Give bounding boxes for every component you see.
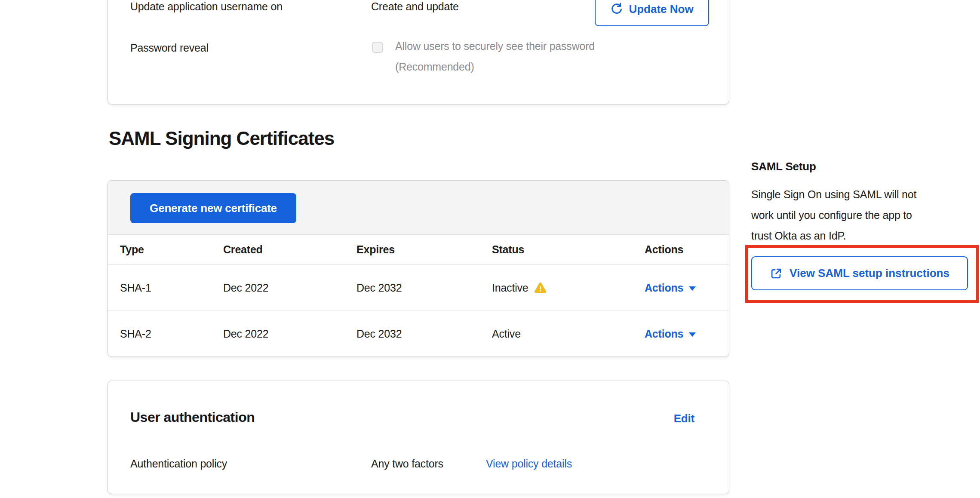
authentication-policy-label: Authentication policy — [130, 458, 227, 470]
refresh-icon — [610, 3, 623, 15]
column-header-type: Type — [108, 243, 211, 256]
username-update-label: Update application username on — [130, 0, 283, 13]
password-reveal-checkbox[interactable] — [372, 42, 383, 53]
status-text: Inactive — [492, 282, 528, 294]
cell-status: Inactive — [480, 282, 633, 294]
card-title: User authentication — [130, 409, 255, 425]
sidebar-description: Single Sign On using SAML will not work … — [751, 184, 980, 246]
cell-created: Dec 2022 — [211, 282, 344, 294]
cell-created: Dec 2022 — [211, 328, 344, 340]
certificates-card-header: Generate new certificate — [108, 181, 729, 235]
page-title: SAML Signing Certificates — [109, 128, 334, 149]
view-saml-setup-instructions-button[interactable]: View SAML setup instructions — [751, 256, 968, 290]
column-header-created: Created — [211, 243, 344, 256]
edit-link[interactable]: Edit — [674, 412, 694, 425]
update-now-label: Update Now — [629, 3, 693, 16]
actions-menu-button[interactable]: Actions — [645, 282, 696, 294]
table-row: SHA-1 Dec 2022 Dec 2032 Inactive Actions — [108, 265, 729, 311]
saml-certificates-card: Generate new certificate Type Created Ex… — [108, 180, 729, 357]
authentication-policy-value: Any two factors — [371, 458, 443, 470]
view-saml-setup-instructions-label: View SAML setup instructions — [790, 267, 949, 280]
status-text: Active — [492, 328, 521, 340]
warning-icon — [534, 282, 547, 294]
cell-type: SHA-2 — [108, 328, 211, 340]
cell-actions: Actions — [633, 328, 730, 340]
caret-down-icon — [689, 332, 696, 337]
cell-type: SHA-1 — [108, 282, 211, 294]
cell-actions: Actions — [633, 282, 730, 294]
update-now-button[interactable]: Update Now — [595, 0, 709, 26]
column-header-expires: Expires — [344, 243, 480, 256]
generate-certificate-label: Generate new certificate — [150, 202, 277, 215]
caret-down-icon — [689, 286, 696, 291]
column-header-actions: Actions — [633, 243, 730, 256]
sign-on-settings-page: Update application username on Create an… — [0, 0, 980, 498]
table-row: SHA-2 Dec 2022 Dec 2032 Active Actions — [108, 311, 729, 357]
external-link-icon — [770, 267, 783, 280]
password-reveal-label: Password reveal — [130, 41, 209, 55]
cell-expires: Dec 2032 — [344, 328, 480, 340]
column-header-status: Status — [480, 243, 633, 256]
actions-label: Actions — [645, 328, 683, 340]
generate-certificate-button[interactable]: Generate new certificate — [130, 193, 296, 223]
view-policy-details-link[interactable]: View policy details — [486, 458, 572, 470]
cell-status: Active — [480, 328, 633, 340]
sidebar-title: SAML Setup — [751, 160, 816, 173]
user-authentication-card: User authentication Edit Authentication … — [108, 381, 729, 494]
actions-label: Actions — [645, 282, 683, 294]
cell-expires: Dec 2032 — [344, 282, 480, 294]
actions-menu-button[interactable]: Actions — [645, 328, 696, 340]
password-reveal-checkbox-label: Allow users to securely see their passwo… — [395, 36, 595, 77]
certificates-table: Type Created Expires Status Actions SHA-… — [108, 235, 729, 357]
table-header-row: Type Created Expires Status Actions — [108, 235, 729, 265]
app-credentials-card: Update application username on Create an… — [108, 0, 729, 105]
username-update-value: Create and update — [371, 0, 459, 13]
